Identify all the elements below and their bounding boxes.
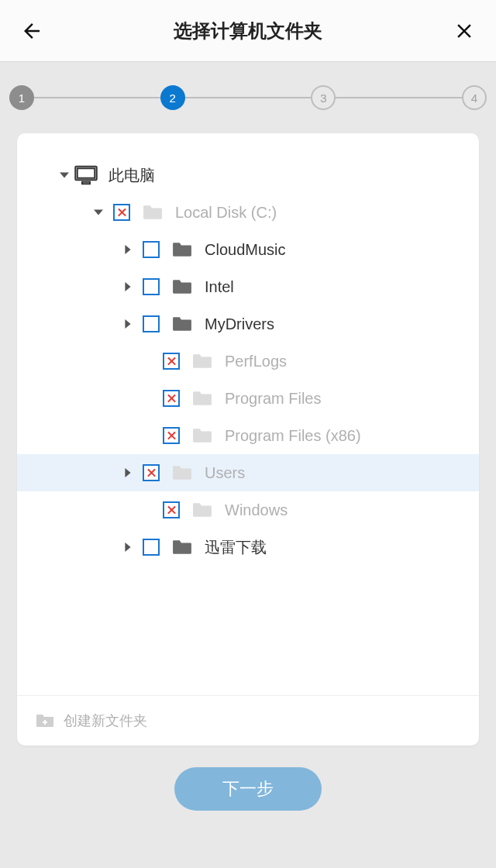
tree-item[interactable]: CloudMusic	[17, 231, 479, 268]
folder-icon	[141, 204, 164, 221]
checkbox-excluded[interactable]	[113, 204, 130, 221]
checkbox[interactable]	[143, 241, 160, 258]
tree-drive-c[interactable]: Local Disk (C:)	[17, 194, 479, 231]
folder-icon	[170, 278, 194, 295]
tree-item[interactable]: PerfLogs	[17, 343, 479, 380]
folder-icon	[191, 427, 214, 444]
tree-label: 迅雷下载	[205, 537, 267, 558]
step-3: 3	[311, 85, 336, 110]
folder-panel: 此电脑 Local Disk (C:) CloudMusic	[17, 133, 479, 746]
tree-item[interactable]: Intel	[17, 268, 479, 305]
tree-item-users[interactable]: Users	[17, 454, 479, 491]
expander-toggle[interactable]	[118, 282, 138, 291]
tree-item[interactable]: Windows	[17, 491, 479, 529]
close-icon	[453, 19, 476, 43]
expander-toggle[interactable]	[88, 208, 108, 217]
create-folder-button[interactable]: 创建新文件夹	[17, 695, 479, 746]
checkbox[interactable]	[143, 539, 160, 556]
checkbox-excluded[interactable]	[163, 353, 180, 370]
checkbox-excluded[interactable]	[163, 427, 180, 444]
close-button[interactable]	[453, 19, 476, 43]
expander-toggle[interactable]	[118, 468, 138, 477]
chevron-right-icon	[123, 282, 133, 291]
tree-item[interactable]: 迅雷下载	[17, 529, 479, 566]
next-button[interactable]: 下一步	[174, 767, 322, 811]
tree-label: Intel	[205, 278, 234, 296]
step-connector	[185, 97, 312, 98]
checkbox-excluded[interactable]	[143, 464, 160, 481]
tree-label: Windows	[225, 501, 288, 519]
tree-label: CloudMusic	[205, 241, 285, 259]
chevron-down-icon	[60, 170, 69, 180]
arrow-left-icon	[20, 19, 43, 43]
back-button[interactable]	[20, 19, 43, 43]
folder-icon	[170, 539, 194, 556]
step-2: 2	[160, 85, 185, 110]
chevron-right-icon	[123, 319, 133, 329]
computer-icon	[74, 165, 98, 185]
step-1: 1	[9, 85, 34, 110]
step-connector	[34, 97, 160, 98]
header: 选择计算机文件夹	[0, 0, 496, 62]
folder-icon	[170, 464, 194, 481]
folder-tree: 此电脑 Local Disk (C:) CloudMusic	[17, 157, 479, 695]
tree-item[interactable]: Program Files (x86)	[17, 417, 479, 454]
bottom-bar: 下一步	[0, 746, 496, 811]
checkbox[interactable]	[143, 315, 160, 332]
step-connector	[336, 97, 462, 98]
checkbox[interactable]	[143, 278, 160, 295]
tree-label: Program Files (x86)	[225, 427, 361, 445]
expander-toggle[interactable]	[118, 542, 138, 552]
expander-toggle[interactable]	[118, 319, 138, 329]
tree-item[interactable]: Program Files	[17, 380, 479, 417]
chevron-right-icon	[123, 542, 133, 552]
tree-label: Local Disk (C:)	[175, 204, 277, 222]
tree-label: PerfLogs	[225, 353, 287, 370]
folder-icon	[191, 353, 214, 370]
chevron-right-icon	[123, 468, 133, 477]
tree-label: Users	[205, 464, 245, 482]
folder-icon	[191, 501, 214, 518]
new-folder-icon	[36, 713, 54, 728]
expander-toggle[interactable]	[118, 245, 138, 254]
step-4: 4	[462, 85, 487, 110]
tree-root-this-pc[interactable]: 此电脑	[17, 157, 479, 194]
tree-label: MyDrivers	[205, 315, 274, 333]
create-folder-label: 创建新文件夹	[64, 711, 147, 730]
folder-icon	[170, 241, 194, 258]
page-title: 选择计算机文件夹	[43, 19, 453, 43]
folder-icon	[191, 390, 214, 407]
checkbox-excluded[interactable]	[163, 501, 180, 518]
chevron-right-icon	[123, 245, 133, 254]
chevron-down-icon	[94, 208, 103, 217]
folder-icon	[170, 315, 194, 332]
checkbox-excluded[interactable]	[163, 390, 180, 407]
progress-stepper: 1 2 3 4	[0, 62, 496, 133]
tree-label: Program Files	[225, 390, 321, 408]
tree-label: 此电脑	[108, 165, 155, 186]
tree-item[interactable]: MyDrivers	[17, 305, 479, 343]
expander-toggle[interactable]	[54, 170, 74, 180]
